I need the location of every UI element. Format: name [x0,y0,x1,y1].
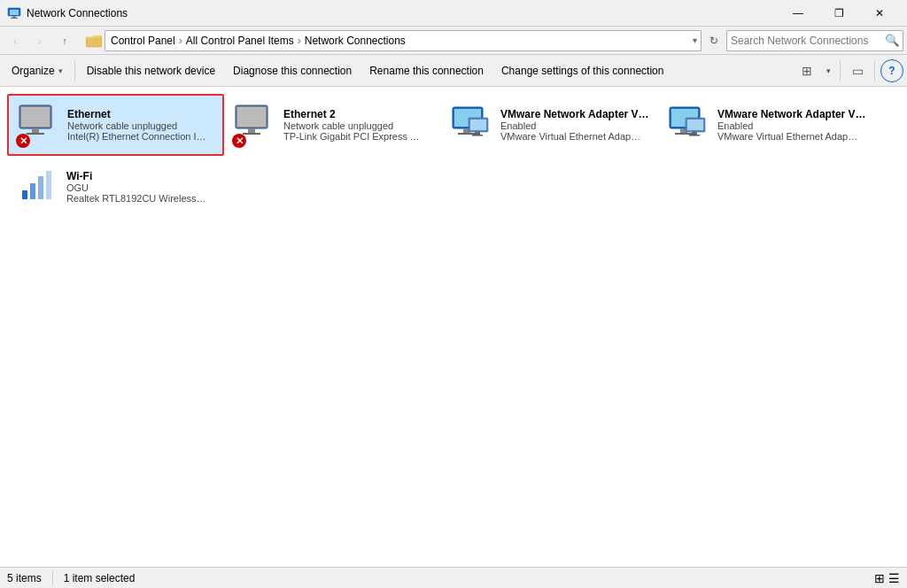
window-controls: — ❐ ✕ [778,0,900,27]
pane-button[interactable]: ▭ [846,59,869,82]
item-device-vmnet1: VMware Virtual Ethernet Adapter ... [500,131,642,142]
network-item-vmnet8[interactable]: VMware Network Adapter VMnet8EnabledVMwa… [658,94,875,156]
large-icons-view[interactable]: ⊞ [874,571,885,585]
folder-icon [85,32,103,50]
svg-rect-25 [675,133,693,135]
svg-rect-13 [243,133,260,135]
item-status-ethernet1: Network cable unplugged [67,120,209,131]
item-icon-wrap-ethernet2: ✕ [232,102,278,148]
minimize-button[interactable]: — [778,0,818,27]
svg-rect-27 [687,120,703,130]
item-status-vmnet8: Enabled [717,120,859,131]
organize-button[interactable]: Organize ▾ [4,58,71,83]
up-button[interactable]: ↑ [53,30,76,51]
item-info-ethernet1: EthernetNetwork cable unpluggedIntel(R) … [67,108,209,142]
network-item-ethernet1[interactable]: ✕EthernetNetwork cable unpluggedIntel(R)… [7,94,224,156]
svg-rect-19 [470,120,486,130]
svg-rect-31 [30,183,35,199]
breadcrumb-all-items[interactable]: All Control Panel Items [186,35,294,47]
item-info-wifi: Wi-FiOGURealtek RTL8192CU Wireless LAN .… [66,170,208,204]
toolbar-separator-1 [74,60,75,81]
svg-rect-28 [692,132,697,135]
breadcrumb-dropdown[interactable]: ▾ [693,35,697,45]
toolbar-separator-3 [874,60,875,81]
svg-rect-17 [458,133,476,135]
svg-rect-7 [21,107,50,127]
address-bar: ‹ › ↑ Control Panel › All Control Panel … [0,27,907,55]
item-info-vmnet8: VMware Network Adapter VMnet8EnabledVMwa… [717,108,867,142]
item-icon-wrap-vmnet8 [666,102,712,148]
search-icon-button[interactable]: 🔍 [881,31,903,50]
search-input[interactable] [727,31,881,50]
item-device-wifi: Realtek RTL8192CU Wireless LAN ... [66,193,208,204]
disable-button[interactable]: Disable this network device [79,58,223,83]
window-title: Network Connections [27,7,778,19]
item-status-wifi: OGU [66,182,208,193]
breadcrumb-control-panel[interactable]: Control Panel [111,35,175,47]
items-grid: ✕EthernetNetwork cable unpluggedIntel(R)… [7,94,900,218]
svg-rect-33 [46,171,51,199]
item-icon-wrap-ethernet1: ✕ [16,102,62,148]
svg-rect-21 [472,135,483,136]
item-name-ethernet2: Ethernet 2 [283,108,425,120]
error-badge-ethernet2: ✕ [232,134,246,148]
item-device-ethernet1: Intel(R) Ethernet Connection I217-V [67,131,209,142]
selected-count: 1 item selected [64,572,136,584]
svg-rect-30 [22,190,27,199]
svg-rect-3 [11,18,18,19]
item-device-ethernet2: TP-Link Gigabit PCI Express Adap... [283,131,425,142]
rename-button[interactable]: Rename this connection [361,58,492,83]
breadcrumb[interactable]: Control Panel › All Control Panel Items … [105,30,702,51]
restore-button[interactable]: ❐ [818,0,859,27]
status-separator [52,571,53,585]
svg-rect-20 [475,132,480,135]
item-name-ethernet1: Ethernet [67,108,209,120]
network-item-vmnet1[interactable]: VMware Network Adapter VMnet1EnabledVMwa… [441,94,658,156]
breadcrumb-current: Network Connections [305,35,406,47]
refresh-button[interactable]: ↻ [703,30,725,51]
item-name-vmnet8: VMware Network Adapter VMnet8 [717,108,867,120]
help-button[interactable]: ? [880,59,903,82]
network-item-ethernet2[interactable]: ✕Ethernet 2Network cable unpluggedTP-Lin… [224,94,441,156]
item-name-vmnet1: VMware Network Adapter VMnet1 [500,108,650,120]
network-item-wifi[interactable]: Wi-FiOGURealtek RTL8192CU Wireless LAN .… [7,156,224,218]
status-bar: 5 items 1 item selected ⊞ ☰ [0,567,907,588]
item-status-vmnet1: Enabled [500,120,642,131]
toolbar: Organize ▾ Disable this network device D… [0,55,907,87]
svg-rect-2 [12,16,16,18]
svg-rect-9 [27,133,44,135]
window-icon [7,6,21,20]
svg-rect-32 [38,176,43,199]
view-button[interactable]: ⊞ [795,59,818,82]
content-area: ✕EthernetNetwork cable unpluggedIntel(R)… [0,87,907,567]
toolbar-right: ⊞ ▾ ▭ ? [795,59,903,82]
change-settings-button[interactable]: Change settings of this connection [493,58,671,83]
svg-rect-1 [10,10,19,15]
item-icon-wrap-wifi [15,164,61,210]
item-device-vmnet8: VMware Virtual Ethernet Adapter ... [717,131,859,142]
close-button[interactable]: ✕ [859,0,900,27]
item-name-wifi: Wi-Fi [66,170,208,182]
svg-rect-12 [248,128,255,133]
forward-button[interactable]: › [28,30,51,51]
search-box: 🔍 [726,30,903,51]
item-count: 5 items [7,572,42,584]
svg-rect-8 [32,128,39,133]
details-view[interactable]: ☰ [888,571,900,585]
view-icons-right: ⊞ ☰ [874,571,900,585]
diagnose-button[interactable]: Diagnose this connection [225,58,360,83]
item-info-ethernet2: Ethernet 2Network cable unpluggedTP-Link… [283,108,425,142]
item-info-vmnet1: VMware Network Adapter VMnet1EnabledVMwa… [500,108,650,142]
title-bar: Network Connections — ❐ ✕ [0,0,907,27]
svg-rect-29 [689,135,700,136]
item-icon-wrap-vmnet1 [449,102,495,148]
back-button[interactable]: ‹ [4,30,27,51]
error-badge-ethernet1: ✕ [16,134,30,148]
item-status-ethernet2: Network cable unplugged [283,120,425,131]
view-dropdown-button[interactable]: ▾ [822,59,834,82]
svg-rect-11 [237,107,266,127]
toolbar-separator-2 [840,60,841,81]
